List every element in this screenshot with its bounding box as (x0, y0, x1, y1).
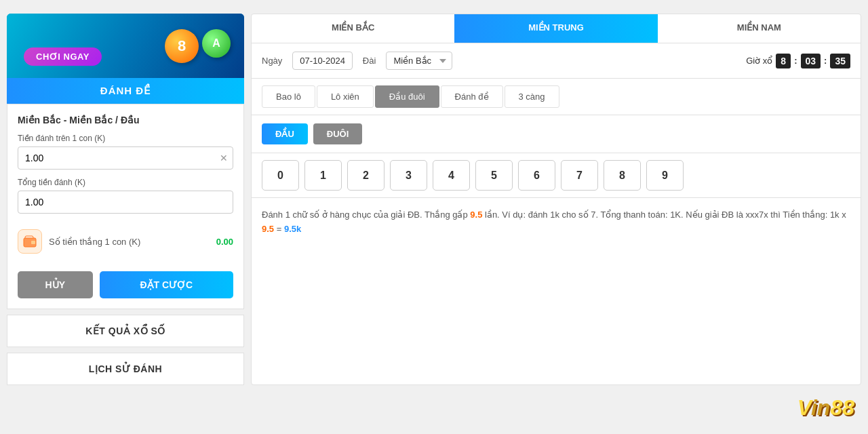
sub-tab-bao-lo[interactable]: Bao lô (262, 85, 315, 108)
dat-cuoc-button[interactable]: ĐẶT CƯỢC (100, 271, 233, 298)
desc-text-1: Đánh 1 chữ số ở hàng chục của giải ĐB. T… (262, 210, 470, 220)
dai-select[interactable]: Miền Bắc (386, 52, 452, 70)
numbers-row: 0 1 2 3 4 5 6 7 8 9 (252, 153, 861, 198)
number-8[interactable]: 8 (604, 160, 641, 191)
region-label: Miền Bắc - Miền Bắc / Đầu (18, 115, 233, 125)
banner-balls: 8 A (165, 29, 231, 63)
danh-de-header: ĐÁNH ĐỀ (7, 78, 244, 104)
number-4[interactable]: 4 (433, 160, 470, 191)
tien-danh-clear-button[interactable]: ✕ (220, 153, 228, 163)
time-minute: 03 (801, 54, 821, 68)
duoi-button[interactable]: ĐUÔI (313, 123, 363, 144)
number-9[interactable]: 9 (646, 160, 684, 191)
dai-label: Đài (363, 56, 376, 66)
so-tien-value: 0.00 (216, 237, 233, 247)
svg-rect-1 (31, 241, 35, 244)
ball-8: 8 (165, 29, 199, 63)
info-row: Ngày 07-10-2024 Đài Miền Bắc Giờ xổ 8 : … (252, 43, 861, 79)
dau-duoi-row: ĐẦU ĐUÔI (252, 115, 861, 153)
desc-text-2: lần. Ví dụ: đánh 1k cho số 7. Tổng thanh… (482, 210, 846, 220)
gio-xo-label: Giờ xổ (746, 56, 772, 66)
lich-su-section[interactable]: LỊCH SỬ ĐÁNH (7, 353, 244, 385)
ball-a: A (202, 29, 231, 58)
ngay-label: Ngày (262, 56, 282, 66)
tong-tien-input[interactable] (18, 191, 233, 214)
desc-text-3: = (274, 224, 284, 234)
time-colon-2: : (824, 56, 827, 66)
number-2[interactable]: 2 (347, 160, 384, 191)
wallet-icon (18, 229, 42, 254)
logo-text: Vin88 (797, 395, 854, 420)
sub-tab-dau-duoi[interactable]: Đầu đuôi (375, 85, 439, 108)
so-tien-label: Số tiền thắng 1 con (K) (49, 237, 210, 247)
ngay-value: 07-10-2024 (292, 52, 353, 70)
tab-mien-trung[interactable]: MIỀN TRUNG (454, 14, 657, 43)
main-tabs-row: MIỀN BẮC MIỀN TRUNG MIỀN NAM (252, 14, 861, 43)
tong-tien-label: Tổng tiền đánh (K) (18, 178, 233, 187)
number-6[interactable]: 6 (518, 160, 555, 191)
number-5[interactable]: 5 (475, 160, 513, 191)
sub-tab-3-cang[interactable]: 3 càng (505, 85, 559, 108)
tien-danh-label: Tiền đánh trên 1 con (K) (18, 134, 233, 143)
desc-highlight-3: 9.5k (284, 224, 301, 234)
sub-tabs-row: Bao lô Lô xiên Đầu đuôi Đánh đề 3 càng (252, 79, 861, 115)
button-row: HỦY ĐẶT CƯỢC (18, 271, 233, 298)
tab-mien-bac[interactable]: MIỀN BẮC (252, 14, 454, 43)
sub-tab-lo-xien[interactable]: Lô xiên (317, 85, 374, 108)
ket-qua-section[interactable]: KẾT QUẢ XỔ SỐ (7, 315, 244, 347)
number-7[interactable]: 7 (561, 160, 598, 191)
so-tien-row: Số tiền thắng 1 con (K) 0.00 (18, 224, 233, 259)
right-panel: MIỀN BẮC MIỀN TRUNG MIỀN NAM Ngày 07-10-… (251, 14, 861, 385)
huy-button[interactable]: HỦY (18, 271, 93, 298)
desc-highlight-2: 9.5 (262, 224, 274, 234)
time-hour: 8 (776, 54, 791, 68)
banner: CHƠI NGAY 8 A (7, 14, 244, 78)
number-0[interactable]: 0 (262, 160, 299, 191)
dau-button[interactable]: ĐẦU (262, 123, 308, 144)
tien-danh-wrapper: ✕ (18, 146, 233, 170)
choi-ngay-button[interactable]: CHƠI NGAY (24, 47, 102, 66)
left-content: Miền Bắc - Miền Bắc / Đầu Tiền đánh trên… (7, 104, 244, 309)
logo-area: Vin88 (797, 395, 854, 420)
tien-danh-input[interactable] (18, 146, 233, 170)
time-second: 35 (830, 54, 850, 68)
tab-mien-nam[interactable]: MIỀN NAM (658, 14, 861, 43)
gio-xo-section: Giờ xổ 8 : 03 : 35 (746, 54, 850, 68)
time-colon-1: : (794, 56, 797, 66)
description-box: Đánh 1 chữ số ở hàng chục của giải ĐB. T… (252, 198, 861, 247)
desc-highlight-1: 9.5 (470, 210, 482, 220)
sub-tab-danh-de[interactable]: Đánh đề (441, 85, 503, 108)
number-1[interactable]: 1 (304, 160, 342, 191)
number-3[interactable]: 3 (390, 160, 427, 191)
left-panel: CHƠI NGAY 8 A ĐÁNH ĐỀ Miền Bắc - Miền Bắ… (7, 14, 244, 385)
